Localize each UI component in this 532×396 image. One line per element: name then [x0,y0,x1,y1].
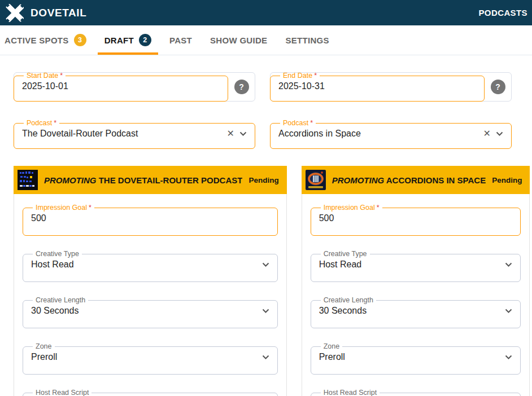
podcast-select-right[interactable]: Podcast* Accordions in Space ✕ [270,120,512,149]
creative-type-value: Host Read [319,259,505,270]
pixel-art-podcast-artwork [18,170,38,190]
end-date-label: End Date* [280,72,320,80]
app-bar: DOVETAIL PODCASTS [0,0,532,25]
creative-length-label: Creative Length [33,297,88,304]
creative-length-select[interactable]: Creative Length 30 Seconds [23,297,278,328]
help-icon[interactable]: ? [234,80,249,94]
chevron-down-icon[interactable] [262,355,271,359]
promo-cards-row: PROMOTING THE DOVETAIL-ROUTER PODCAST Pe… [14,166,512,396]
help-icon[interactable]: ? [491,80,505,94]
chevron-down-icon[interactable] [505,262,513,267]
zone-select[interactable]: Zone Preroll [311,343,521,375]
host-read-script-label: Host Read Script [321,389,380,396]
active-spots-count-badge: 3 [74,34,86,46]
tab-label: PAST [169,36,192,45]
required-asterisk: * [60,72,63,80]
end-date-field[interactable]: End Date* 2025-10-31 [270,72,485,102]
zone-value: Preroll [319,352,505,362]
zone-value: Preroll [31,352,262,362]
chevron-down-icon[interactable] [262,309,271,313]
status-badge: Pending [248,176,278,184]
clear-icon[interactable]: ✕ [483,129,496,138]
podcast-selected-value: Accordions in Space [278,129,483,139]
zone-label: Zone [321,343,343,350]
creative-length-select[interactable]: Creative Length 30 Seconds [311,297,521,328]
creative-type-value: Host Read [31,259,262,270]
podcast-label: Podcast* [280,120,316,127]
creative-length-value: 30 Seconds [31,306,262,316]
promoted-podcast-name: THE DOVETAIL-ROUTER PODCAST [99,175,243,185]
podcast-label: Podcast* [24,120,59,127]
start-date-help: ? [228,73,255,101]
date-fields-row: Start Date* 2025-10-01 ? End Date* 2025-… [14,72,512,102]
promoting-label: PROMOTING [332,175,385,185]
start-date-field[interactable]: Start Date* 2025-10-01 [14,72,228,102]
end-date-input[interactable]: 2025-10-31 [278,81,477,91]
chevron-down-icon[interactable] [496,131,504,136]
chevron-down-icon[interactable] [505,355,513,359]
promo-card-dovetail-router: PROMOTING THE DOVETAIL-ROUTER PODCAST Pe… [14,166,287,396]
required-asterisk: * [377,204,380,212]
promo-card-header: PROMOTING THE DOVETAIL-ROUTER PODCAST Pe… [14,166,287,194]
clear-icon[interactable]: ✕ [227,129,239,138]
promoting-label: PROMOTING [44,175,97,185]
tab-label: SETTINGS [285,36,329,45]
chevron-down-icon[interactable] [239,131,248,136]
promo-card-header: PROMOTING ACCORDIONS IN SPACE Pending [302,166,530,194]
impression-goal-label: Impression Goal* [321,204,382,212]
creative-type-label: Creative Type [321,250,370,258]
impression-goal-label: Impression Goal* [33,204,94,212]
tab-bar: ACTIVE SPOTS 3 DRAFT 2 PAST SHOW GUIDE S… [0,25,532,55]
tab-past[interactable]: PAST [163,25,199,55]
promo-card-body: Impression Goal* 500 Creative Type Host … [14,194,287,396]
impression-goal-input[interactable]: 500 [31,213,271,223]
tab-settings[interactable]: SETTINGS [278,25,335,55]
required-asterisk: * [54,119,56,127]
active-tab-underline [98,52,158,55]
promo-title: PROMOTING ACCORDIONS IN SPACE [332,175,486,185]
promo-card-body: Impression Goal* 500 Creative Type Host … [302,194,530,396]
required-asterisk: * [310,119,313,127]
tab-draft[interactable]: DRAFT 2 [98,25,158,55]
chevron-down-icon[interactable] [505,309,513,313]
host-read-script-label: Host Read Script [33,389,91,396]
draft-spots-form: Start Date* 2025-10-01 ? End Date* 2025-… [0,55,532,396]
podcast-select-left[interactable]: Podcast* The Dovetail-Router Podcast ✕ [14,120,255,149]
promo-card-accordions-in-space: PROMOTING ACCORDIONS IN SPACE Pending Im… [302,166,530,396]
tab-label: DRAFT [104,36,134,45]
promo-title: PROMOTING THE DOVETAIL-ROUTER PODCAST [44,175,242,185]
nav-podcasts-link[interactable]: PODCASTS [478,8,527,17]
impression-goal-field[interactable]: Impression Goal* 500 [23,204,278,236]
podcast-selected-value: The Dovetail-Router Podcast [22,129,227,139]
tab-label: ACTIVE SPOTS [5,36,69,45]
promoted-podcast-name: ACCORDIONS IN SPACE [386,175,486,185]
end-date-group: End Date* 2025-10-31 ? [270,72,512,102]
zone-select[interactable]: Zone Preroll [23,343,278,375]
creative-type-select[interactable]: Creative Type Host Read [23,250,278,282]
start-date-input[interactable]: 2025-10-01 [22,81,221,91]
tab-label: SHOW GUIDE [210,36,267,45]
status-badge: Pending [492,176,522,184]
podcast-fields-row: Podcast* The Dovetail-Router Podcast ✕ P… [14,120,512,149]
dovetail-logo-icon [6,4,24,22]
tab-active-spots[interactable]: ACTIVE SPOTS 3 [0,25,93,55]
creative-type-label: Creative Type [33,250,82,258]
brand[interactable]: DOVETAIL [6,4,86,22]
start-date-label: Start Date* [24,72,66,80]
brand-name: DOVETAIL [30,7,86,19]
creative-length-label: Creative Length [321,297,376,304]
creative-type-select[interactable]: Creative Type Host Read [311,250,521,282]
accordion-in-space-artwork [306,170,326,190]
creative-length-value: 30 Seconds [319,306,505,316]
impression-goal-input[interactable]: 500 [319,213,514,223]
impression-goal-field[interactable]: Impression Goal* 500 [311,204,521,236]
host-read-script-field[interactable]: Host Read Script [23,389,278,396]
draft-count-badge: 2 [139,34,151,46]
end-date-help: ? [485,73,511,101]
required-asterisk: * [314,72,317,80]
tab-show-guide[interactable]: SHOW GUIDE [203,25,274,55]
zone-label: Zone [33,343,55,350]
required-asterisk: * [89,204,91,212]
host-read-script-field[interactable]: Host Read Script [311,389,521,396]
chevron-down-icon[interactable] [262,262,271,267]
